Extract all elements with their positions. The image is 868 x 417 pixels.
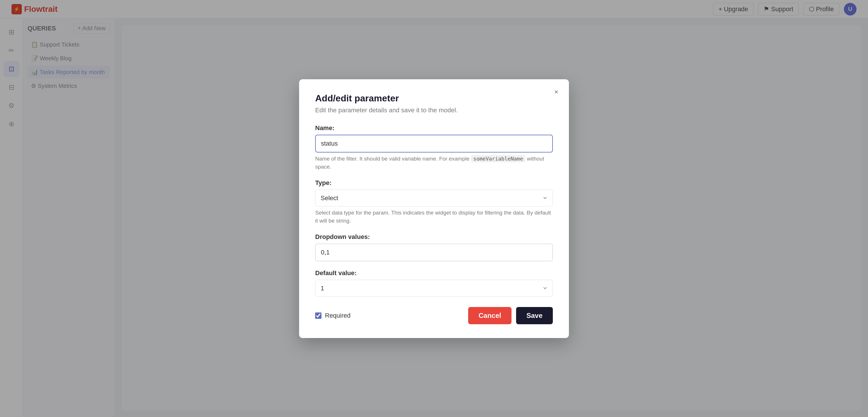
default-value-group: Default value: 1 0 bbox=[315, 269, 553, 297]
cancel-button[interactable]: Cancel bbox=[468, 307, 512, 324]
footer-buttons: Cancel Save bbox=[468, 307, 553, 324]
modal-title: Add/edit parameter bbox=[315, 93, 553, 104]
default-value-label: Default value: bbox=[315, 269, 553, 277]
name-field-group: Name: Name of the filter. It should be v… bbox=[315, 124, 553, 171]
name-hint-code: someVariableName bbox=[471, 155, 525, 162]
name-input[interactable] bbox=[315, 135, 553, 152]
default-value-select[interactable]: 1 0 bbox=[315, 280, 553, 297]
name-label: Name: bbox=[315, 124, 553, 132]
required-checkbox-label[interactable]: Required bbox=[315, 312, 350, 319]
save-button[interactable]: Save bbox=[516, 307, 553, 324]
type-hint: Select data type for the param. This ind… bbox=[315, 209, 553, 225]
modal-footer: Required Cancel Save bbox=[315, 307, 553, 324]
dropdown-values-group: Dropdown values: bbox=[315, 233, 553, 261]
type-select[interactable]: Select String Number Boolean Date bbox=[315, 189, 553, 207]
required-label: Required bbox=[325, 312, 350, 319]
type-label: Type: bbox=[315, 179, 553, 187]
dropdown-values-input[interactable] bbox=[315, 243, 553, 261]
modal-close-button[interactable]: × bbox=[551, 86, 562, 98]
modal-subtitle: Edit the parameter details and save it t… bbox=[315, 107, 553, 114]
type-field-group: Type: Select String Number Boolean Date … bbox=[315, 179, 553, 225]
modal-overlay: × Add/edit parameter Edit the parameter … bbox=[0, 0, 868, 417]
name-hint: Name of the filter. It should be valid v… bbox=[315, 155, 553, 171]
required-checkbox[interactable] bbox=[315, 312, 321, 319]
modal: × Add/edit parameter Edit the parameter … bbox=[299, 79, 569, 338]
dropdown-values-label: Dropdown values: bbox=[315, 233, 553, 241]
